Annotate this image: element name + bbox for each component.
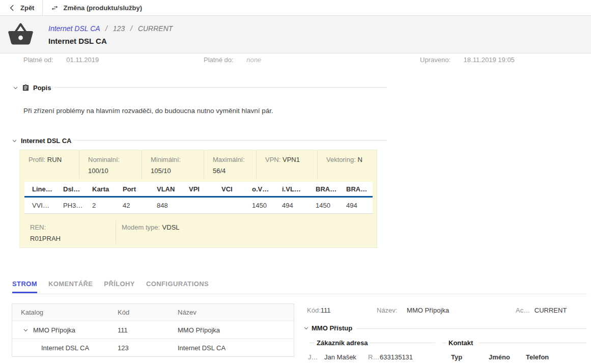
breadcrumb-product-link[interactable]: Internet DSL CA (48, 24, 100, 33)
modem-type-label: Modem type: (122, 223, 160, 231)
col-nazev: Název (178, 309, 294, 316)
vektoring-cell: Vektoring: N (317, 150, 377, 179)
back-button[interactable]: Zpět (0, 0, 42, 15)
col-karta: Karta (92, 185, 123, 193)
line-table-header-row: Line… Dsl… Karta Port VLAN VPI VCI o.V… … (24, 182, 373, 196)
minimalni-value: 105/10 (151, 167, 202, 175)
tab-komentare[interactable]: KOMENTÁŘE (48, 280, 93, 293)
cell-ovlan: 1450 (252, 202, 282, 209)
kod-cell: 123 (118, 344, 178, 352)
detail-nazev-field: Název: MMO Přípojka (377, 306, 449, 314)
cell-bras2: 494 (346, 202, 373, 209)
dsl-section-header[interactable]: Internet DSL CA (12, 136, 71, 145)
chevron-down-icon[interactable] (23, 327, 29, 333)
col-katalog: Katalog (21, 309, 118, 316)
catalog-header-row: Katalog Kód Název (12, 304, 294, 321)
updated-label: Upraveno: (420, 56, 451, 64)
popis-section-header[interactable]: Popis (13, 83, 51, 92)
contact-col-telefon: Telefon (526, 353, 549, 361)
chevron-down-icon (12, 138, 17, 144)
col-line: Line… (32, 185, 63, 193)
cell-bras1: 1450 (316, 202, 346, 209)
col-port: Port (123, 185, 157, 193)
group-dash (442, 343, 446, 343)
contact-group-title: Kontakt (448, 339, 473, 347)
valid-from-label: Platné od: (23, 56, 53, 64)
detail-nazev-label: Název: (377, 306, 397, 314)
col-kod: Kód (118, 309, 178, 316)
dsl-parameters-panel: Profil: RUN Nominalní: 100/10 Minimální:… (19, 150, 377, 248)
page-title: Internet DSL CA (48, 37, 107, 45)
tab-configurations[interactable]: CONFIGURATIONS (146, 280, 209, 293)
profil-cell: Profil: RUN (20, 150, 79, 179)
mmo-pristup-title: MMO Přístup (312, 324, 352, 332)
catalog-row-internet-dsl-ca[interactable]: Internet DSL CA 123 Internet DSL CA (12, 339, 294, 356)
nominalni-label: Nominalní: (88, 156, 120, 163)
vektoring-label: Vektoring: (326, 156, 356, 163)
col-ovlan: o.V… (252, 185, 282, 193)
detail-kod-label: Kód: (307, 306, 321, 314)
breadcrumb-code: 123 (113, 24, 125, 33)
mmo-pristup-section-header[interactable]: MMO Přístup (303, 324, 352, 332)
maximalni-value: 56/4 (213, 167, 254, 175)
tab-strom[interactable]: STROM (12, 280, 37, 293)
change-product-label: Změna (produktu/služby) (63, 4, 142, 12)
valid-to-field: Platné do: none (204, 56, 261, 64)
minimalni-cell: Minimální: 105/10 (142, 150, 204, 179)
address-field-1-value: Jan Mašek (324, 353, 356, 361)
back-button-label: Zpět (20, 4, 34, 12)
col-vpi: VPI (189, 185, 221, 193)
breadcrumb-separator: / (130, 24, 132, 33)
breadcrumb-separator: / (105, 24, 107, 33)
vpn-cell: VPN: VPN1 (256, 150, 317, 179)
profil-label: Profil: (29, 156, 45, 163)
tab-prilohy[interactable]: PŘÍLOHY (104, 280, 135, 293)
cell-ivlan: 494 (282, 202, 316, 209)
maximalni-label: Maximální: (213, 156, 245, 163)
ren-value: R01PRAH (30, 235, 116, 242)
group-line (370, 343, 435, 343)
chevron-down-icon (13, 85, 18, 91)
ren-footer: REN: R01PRAH Modem type: VDSL (24, 218, 180, 244)
valid-to-label: Platné do: (204, 56, 234, 64)
detail-ac-label: Ac… (516, 306, 530, 314)
detail-ac-value: CURRENT (534, 306, 567, 314)
group-dash (309, 343, 314, 343)
nominalni-cell: Nominalní: 100/10 (79, 150, 142, 179)
nazev-cell: MMO Přípojka (178, 326, 294, 334)
catalog-row-mmo-pripojka[interactable]: MMO Přípojka 111 MMO Přípojka (12, 321, 294, 339)
maximalni-cell: Maximální: 56/4 (204, 150, 256, 179)
detail-kod-value: 111 (321, 306, 331, 314)
profil-value: RUN (47, 156, 62, 163)
shopping-basket-icon (7, 21, 34, 48)
page-header: Internet DSL CA / 123 / CURRENT Internet… (0, 16, 591, 53)
breadcrumb-status: CURRENT (138, 24, 173, 33)
modem-type-value: VDSL (162, 223, 180, 231)
chevron-down-icon (303, 325, 309, 331)
dsl-section-title: Internet DSL CA (21, 137, 71, 145)
catalog-cell: Internet DSL CA (41, 344, 89, 352)
cell-line: VVI… (32, 202, 63, 209)
nazev-cell: Internet DSL CA (178, 344, 294, 352)
section-divider (54, 87, 387, 88)
catalog-cell: MMO Přípojka (33, 326, 75, 334)
detail-ac-field: Ac… CURRENT (516, 306, 567, 314)
section-divider (356, 328, 586, 329)
address-field-2-label: R… (368, 353, 379, 361)
detail-nazev-value: MMO Přípojka (407, 306, 449, 314)
vpn-value: VPN1 (283, 156, 300, 163)
tabs-divider (11, 294, 587, 294)
line-table-row[interactable]: VVI… PH3… 2 42 848 1450 494 1450 494 (24, 198, 373, 213)
description-text: Při zřízení problémy na hlavním rozvaděč… (23, 107, 273, 115)
catalog-tree-table: Katalog Kód Název MMO Přípojka 111 MMO P… (12, 303, 294, 357)
kod-cell: 111 (118, 326, 178, 334)
contact-col-typ: Typ (451, 353, 462, 361)
updated-field: Upraveno: 18.11.2019 19:05 (420, 56, 515, 64)
col-vlan: VLAN (157, 185, 189, 193)
validity-meta-row: Platné od: 01.11.2019 Platné do: none Up… (0, 53, 591, 67)
col-ivlan: i.VL… (282, 185, 316, 193)
detail-kod-field: Kód:111 (307, 306, 331, 314)
col-bras2: BRA… (346, 185, 373, 193)
change-product-button[interactable]: Změna (produktu/služby) (43, 0, 150, 15)
col-dsl: Dsl… (63, 185, 92, 193)
